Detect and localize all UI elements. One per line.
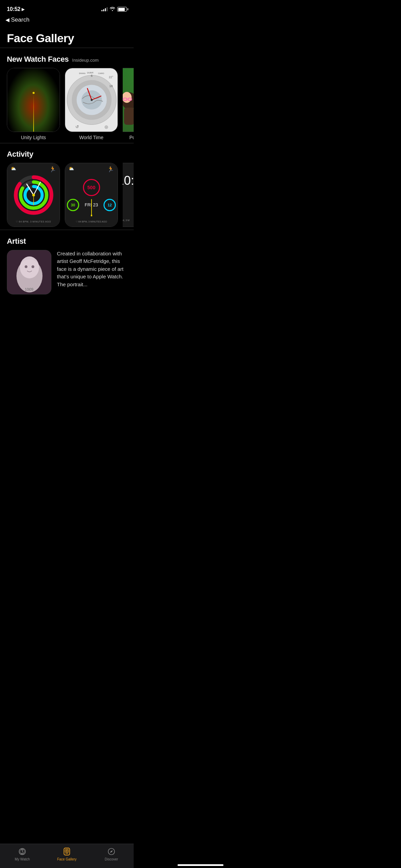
activity-run-icon: 🏃 — [49, 166, 56, 172]
status-time: 10:52 ▶ — [7, 6, 24, 12]
artist-face-time: 10|09 — [25, 288, 34, 291]
face-card-portrait[interactable]: FRI 10: — [123, 68, 134, 140]
activity-weather-icon: ⛅ — [11, 166, 16, 171]
status-left: 10:52 ▶ — [7, 6, 24, 12]
artist-description: Created in collaboration with artist Geo… — [57, 250, 127, 289]
svg-point-32 — [91, 215, 92, 216]
face-label-world-time: World Time — [79, 135, 104, 140]
section-title-artist: Artist — [7, 237, 26, 246]
face-image-portrait: FRI 10: — [123, 68, 134, 132]
signal-bar-1 — [101, 10, 102, 11]
svg-text:CAIRO: CAIRO — [98, 72, 104, 74]
svg-point-42 — [25, 265, 27, 268]
signal-icon — [101, 7, 108, 11]
face-image-activity-2: ⛅ 🏃 500 30 FRI 23 12 — [65, 163, 118, 227]
svg-point-43 — [32, 265, 34, 268]
act2-weather-icon: ⛅ — [69, 166, 74, 171]
section-header-new: New Watch Faces Insideup.com — [0, 55, 134, 68]
artist-section: Artist 10|09 Created in collaboration wi… — [0, 230, 134, 297]
activity-face-1: ⛅ 🏃 — [7, 163, 60, 227]
wifi-icon — [110, 7, 115, 12]
activity-section: Activity ⛅ 🏃 — [0, 143, 134, 230]
time-display: 10:52 — [7, 6, 20, 12]
svg-point-41 — [20, 256, 39, 278]
act2-blue-value: 12 — [104, 199, 116, 211]
act2-top-row: 500 — [83, 179, 100, 196]
act3-heartrate: ♡ 64 BPM, 3 M — [123, 219, 130, 222]
section-subtitle-new: Insideup.com — [72, 58, 99, 63]
face-image-world-time: 6 18 22° DUBAI DHAKA CAIRO ↺ ◎ — [65, 68, 118, 132]
svg-text:22°: 22° — [109, 75, 113, 79]
back-label: Search — [11, 16, 29, 23]
face-image-activity-1: ⛅ 🏃 — [7, 163, 60, 227]
unity-lights-face — [7, 68, 60, 132]
svg-text:6: 6 — [91, 74, 93, 77]
new-watch-faces-section: New Watch Faces Insideup.com Unity Light… — [0, 48, 134, 143]
world-time-face: 6 18 22° DUBAI DHAKA CAIRO ↺ ◎ — [65, 68, 118, 132]
signal-bar-4 — [107, 7, 108, 11]
activity-faces-row: ⛅ 🏃 — [0, 163, 134, 227]
page-title: Face Gallery — [0, 26, 134, 48]
svg-text:DHAKA: DHAKA — [79, 72, 86, 74]
svg-text:↺: ↺ — [75, 124, 79, 129]
face-image-unity-lights — [7, 68, 60, 132]
activity-face-2: ⛅ 🏃 500 30 FRI 23 12 — [65, 163, 118, 227]
face-card-activity-1[interactable]: ⛅ 🏃 — [7, 163, 60, 227]
svg-point-6 — [91, 99, 93, 101]
battery-icon — [117, 7, 127, 12]
back-arrow-icon: ◀ — [5, 17, 10, 23]
activity-face-3: ⛅ 10:0 — [123, 163, 134, 227]
new-faces-row: Unity Lights — [0, 68, 134, 140]
act2-run-icon: 🏃 — [107, 166, 114, 172]
activity-heartrate-1: ♡ 64 BPM, 3 MINUTES AGO — [16, 220, 51, 223]
artist-card[interactable]: 10|09 Created in collaboration with arti… — [0, 250, 134, 294]
face-card-world-time[interactable]: 6 18 22° DUBAI DHAKA CAIRO ↺ ◎ — [65, 68, 118, 140]
act2-red-value: 500 — [83, 179, 100, 196]
section-header-artist: Artist — [0, 237, 134, 250]
face-label-unity-lights: Unity Lights — [21, 135, 46, 140]
signal-bar-3 — [105, 8, 106, 11]
act2-heartrate: ♡ 64 BPM, 3 MINUTES AGO — [76, 220, 107, 223]
unity-hand-container — [33, 93, 35, 132]
face-card-activity-2[interactable]: ⛅ 🏃 500 30 FRI 23 12 — [65, 163, 118, 227]
face-card-activity-3[interactable]: ⛅ 10:0 — [123, 163, 134, 227]
section-title-new: New Watch Faces — [7, 55, 69, 64]
signal-bar-2 — [103, 9, 104, 11]
artist-face-image: 10|09 — [7, 250, 51, 294]
face-card-unity-lights[interactable]: Unity Lights — [7, 68, 60, 140]
battery-fill — [118, 8, 125, 11]
location-arrow-icon: ▶ — [22, 7, 24, 12]
svg-text:DUBAI: DUBAI — [87, 71, 94, 74]
svg-rect-16 — [124, 108, 134, 125]
svg-point-30 — [32, 194, 35, 196]
act3-time: 10:0 — [123, 173, 134, 188]
face-image-activity-3: ⛅ 10:0 — [123, 163, 134, 227]
act2-green-value: 30 — [67, 199, 79, 211]
face-label-portrait: Portr... — [129, 135, 134, 140]
svg-text:◎: ◎ — [105, 124, 108, 129]
back-navigation[interactable]: ◀ Search — [0, 15, 134, 26]
portrait-face: FRI 10: — [123, 68, 134, 132]
section-title-activity: Activity — [7, 150, 33, 159]
svg-text:18: 18 — [109, 84, 113, 88]
status-bar: 10:52 ▶ — [0, 0, 134, 15]
section-header-activity: Activity — [0, 150, 134, 163]
unity-hand — [33, 94, 34, 132]
status-right — [101, 7, 127, 12]
